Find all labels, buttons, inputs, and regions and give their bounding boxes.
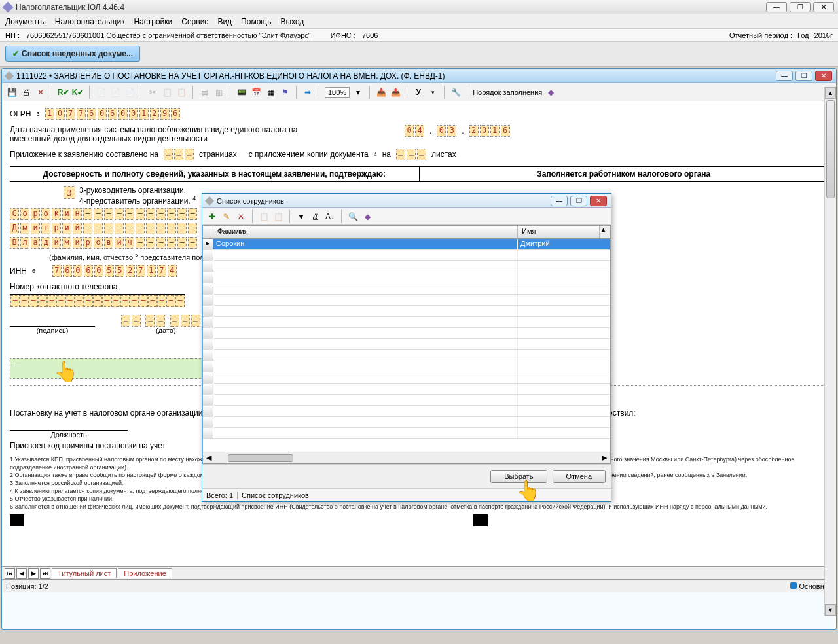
find-icon[interactable]: 🔍 [347, 211, 359, 223]
menu-service[interactable]: Сервис [181, 17, 208, 26]
book-icon[interactable]: ◆ [545, 86, 556, 98]
paste-icon[interactable]: 📋 [175, 86, 187, 98]
date-day-cells[interactable]: 04 [405, 125, 424, 137]
employee-grid[interactable]: Фамилия Имя ▲ ▸СорокинДмитрий ◀ ▶ [202, 225, 611, 464]
status-caption: Список сотрудников [237, 492, 309, 499]
select-button[interactable]: Выбрать [490, 470, 547, 483]
order-button[interactable]: Порядок заполнения [473, 88, 542, 96]
cancel-button[interactable]: Отмена [553, 470, 606, 483]
col-firstname[interactable]: Имя [518, 226, 600, 238]
dialog-maximize-button[interactable]: ❐ [570, 196, 587, 206]
cut-icon[interactable]: ✂ [147, 86, 158, 98]
minimize-button[interactable]: — [766, 2, 787, 12]
underline-icon[interactable]: У [412, 86, 424, 98]
attach-label-1: Приложение к заявлению составлено на [10, 150, 158, 159]
firstname-cells[interactable]: Дмитрий——————————— [10, 223, 197, 234]
table-row[interactable] [203, 272, 610, 283]
doc-icon-3[interactable]: 📄 [124, 86, 136, 98]
sort-icon[interactable]: A↓ [324, 211, 336, 223]
edit-icon[interactable]: ✎ [221, 211, 232, 223]
table-row[interactable] [203, 350, 610, 361]
add-icon[interactable]: ✚ [206, 211, 218, 223]
calendar-icon[interactable]: 📅 [250, 86, 262, 98]
arrow-icon[interactable]: ➡ [302, 86, 314, 98]
table-row[interactable] [203, 261, 610, 272]
table-row[interactable] [203, 317, 610, 328]
table-row[interactable] [203, 306, 610, 317]
nav-prev-icon[interactable]: ◀ [16, 568, 27, 579]
k-check-icon[interactable]: K✔ [72, 86, 84, 98]
phone-cells[interactable]: ——————————————————— [10, 294, 185, 308]
menu-settings[interactable]: Настройки [134, 17, 172, 26]
table-row[interactable] [203, 406, 610, 417]
r-check-icon[interactable]: R✔ [58, 86, 69, 98]
remove-icon[interactable]: ✕ [235, 211, 247, 223]
date-year-cells[interactable]: 2016 [469, 125, 510, 137]
sheet-tab-title[interactable]: Титульный лист [52, 568, 117, 578]
import-icon[interactable]: 📥 [375, 86, 387, 98]
print2-icon[interactable]: 🖨 [310, 211, 321, 223]
book2-icon[interactable]: ◆ [361, 211, 373, 223]
attach-label-5: листах [431, 150, 456, 159]
nav-last-icon[interactable]: ⏭ [40, 568, 50, 579]
close-button[interactable]: ✕ [813, 2, 834, 12]
chevron-down-icon[interactable]: ▾ [352, 86, 364, 98]
menu-view[interactable]: Вид [217, 17, 232, 26]
list2-icon[interactable]: ▥ [213, 86, 225, 98]
flag-icon[interactable]: ⚑ [279, 86, 291, 98]
table-row[interactable] [203, 372, 610, 384]
save-icon[interactable]: 💾 [6, 86, 18, 98]
table-row[interactable] [203, 428, 610, 439]
ogrn-cells[interactable]: 1077606001296 [45, 108, 180, 120]
filter-icon[interactable]: ▼ [295, 211, 307, 223]
zoom-combo[interactable]: 100% [325, 87, 350, 98]
print-icon[interactable]: 🖨 [20, 86, 32, 98]
table-row[interactable] [203, 283, 610, 295]
export-icon[interactable]: 📤 [390, 86, 401, 98]
mdi-minimize-button[interactable]: — [776, 71, 793, 81]
table-row[interactable]: ▸СорокинДмитрий [203, 239, 610, 250]
menu-taxpayer[interactable]: Налогоплательщик [55, 17, 125, 26]
mdi-maximize-button[interactable]: ❐ [795, 71, 812, 81]
doc-icon-2[interactable]: 📄 [109, 86, 121, 98]
vertical-scrollbar[interactable]: ▲ ▼ [824, 87, 836, 616]
copy2-icon[interactable]: 📋 [258, 211, 270, 223]
table-row[interactable] [203, 395, 610, 406]
table-row[interactable] [203, 384, 610, 395]
menu-exit[interactable]: Выход [280, 17, 304, 26]
menu-help[interactable]: Помощь [241, 17, 271, 26]
tab-document-list[interactable]: ✔Список введенных докуме... [5, 46, 140, 62]
doc-icon-1[interactable]: 📄 [95, 86, 107, 98]
dropdown-icon[interactable]: ▾ [427, 86, 439, 98]
table-row[interactable] [203, 361, 610, 372]
delete-icon[interactable]: ✕ [35, 86, 46, 98]
rep-code-cell[interactable]: 3 [64, 186, 75, 199]
copy-icon[interactable]: 📋 [161, 86, 173, 98]
maximize-button[interactable]: ❐ [790, 2, 811, 12]
table-row[interactable] [203, 295, 610, 306]
lastname-cells[interactable]: Сорокин——————————— [10, 208, 197, 220]
mdi-close-button[interactable]: ✕ [815, 71, 832, 81]
date-month-cells[interactable]: 03 [437, 125, 456, 137]
table-row[interactable] [203, 250, 610, 261]
wrench-icon[interactable]: 🔧 [450, 86, 462, 98]
paste2-icon[interactable]: 📋 [272, 211, 284, 223]
middlename-cells[interactable]: Владимирович—————— [10, 237, 197, 249]
menu-documents[interactable]: Документы [5, 17, 46, 26]
calc-icon[interactable]: 📟 [236, 86, 247, 98]
sheet-tab-attachment[interactable]: Приложение [118, 568, 172, 578]
table-row[interactable] [203, 328, 610, 339]
table-row[interactable] [203, 417, 610, 428]
app-titlebar: Налогоплательщик ЮЛ 4.46.4 — ❐ ✕ [0, 0, 838, 14]
col-lastname[interactable]: Фамилия [213, 226, 518, 238]
nav-next-icon[interactable]: ▶ [28, 568, 39, 579]
list-icon[interactable]: ▤ [198, 86, 210, 98]
dialog-close-button[interactable]: ✕ [590, 196, 607, 206]
grid-hscroll[interactable]: ◀ ▶ [203, 452, 610, 463]
table-row[interactable] [203, 339, 610, 350]
np-link[interactable]: 7606062551/760601001 Общество с ограниче… [26, 31, 311, 39]
nav-first-icon[interactable]: ⏮ [5, 568, 15, 579]
dialog-minimize-button[interactable]: — [551, 196, 568, 206]
table-icon[interactable]: ▦ [264, 86, 276, 98]
inn-cells[interactable]: 760605527174 [52, 265, 177, 277]
